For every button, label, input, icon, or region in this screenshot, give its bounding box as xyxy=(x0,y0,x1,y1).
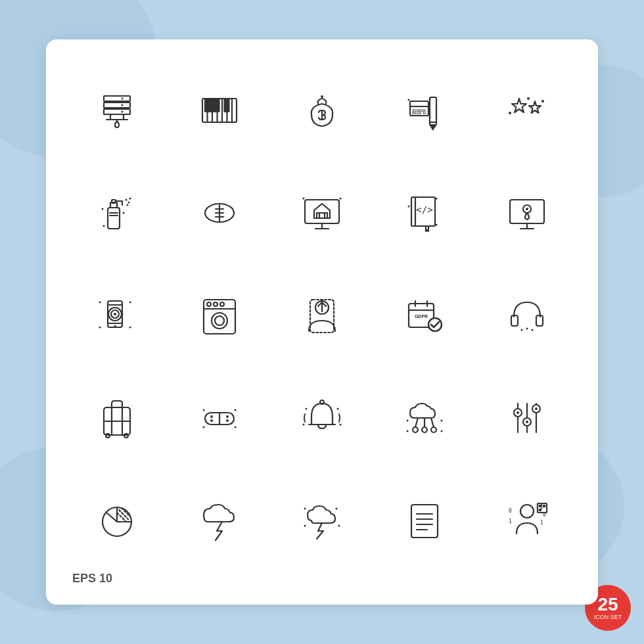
svg-point-161 xyxy=(304,525,306,527)
svg-text:1: 1 xyxy=(509,518,512,524)
svg-point-77 xyxy=(526,208,528,210)
icon-bell-notification xyxy=(277,373,367,463)
svg-rect-63 xyxy=(319,213,325,218)
svg-point-160 xyxy=(336,508,338,510)
svg-rect-18 xyxy=(225,99,229,112)
svg-point-151 xyxy=(535,407,538,410)
icon-person-upload xyxy=(277,271,367,360)
svg-point-81 xyxy=(114,325,116,327)
svg-point-125 xyxy=(203,426,205,428)
svg-point-29 xyxy=(408,99,410,101)
svg-point-121 xyxy=(226,415,229,418)
icon-cosmetics-spray xyxy=(72,168,162,258)
icon-luggage xyxy=(72,373,162,463)
svg-line-158 xyxy=(122,508,130,517)
svg-point-124 xyxy=(235,409,237,411)
svg-point-139 xyxy=(407,420,409,422)
svg-point-110 xyxy=(532,329,534,331)
icon-digital-person: 0 1 0 1 1 xyxy=(482,476,572,565)
svg-point-91 xyxy=(212,313,227,329)
svg-point-142 xyxy=(441,430,443,432)
svg-text:GDPR: GDPR xyxy=(415,314,428,319)
svg-text:SCHOOL: SCHOOL xyxy=(412,108,426,112)
svg-point-50 xyxy=(123,212,125,214)
svg-point-131 xyxy=(303,424,305,426)
svg-point-109 xyxy=(521,329,523,331)
svg-point-135 xyxy=(431,427,436,432)
icon-code-book: </> xyxy=(380,168,469,258)
svg-point-31 xyxy=(429,116,431,118)
svg-rect-163 xyxy=(411,505,438,538)
icon-phone-target xyxy=(72,271,162,360)
icon-smart-home-monitor xyxy=(277,168,367,258)
svg-point-44 xyxy=(127,204,129,206)
svg-point-126 xyxy=(235,426,237,428)
svg-text:1: 1 xyxy=(540,520,543,526)
svg-point-130 xyxy=(337,408,339,410)
svg-point-34 xyxy=(527,97,530,100)
svg-point-7 xyxy=(122,104,124,106)
svg-point-162 xyxy=(338,525,340,527)
svg-point-21 xyxy=(321,95,323,98)
svg-point-43 xyxy=(128,202,130,204)
svg-point-84 xyxy=(114,313,116,315)
svg-point-123 xyxy=(203,409,205,411)
svg-point-149 xyxy=(517,411,519,414)
badge-number: 25 xyxy=(597,595,618,614)
svg-point-168 xyxy=(520,505,534,518)
icon-gdpr-calendar: GDPR xyxy=(380,271,469,360)
svg-point-92 xyxy=(215,316,224,325)
svg-point-93 xyxy=(207,302,211,306)
svg-point-120 xyxy=(210,419,213,422)
svg-point-71 xyxy=(436,198,438,200)
svg-marker-69 xyxy=(426,226,428,231)
svg-rect-37 xyxy=(108,208,120,229)
svg-point-36 xyxy=(509,112,511,114)
svg-point-119 xyxy=(210,415,213,418)
svg-text:</>: </> xyxy=(416,204,432,215)
svg-point-140 xyxy=(441,420,443,422)
icon-headphones xyxy=(482,271,572,360)
svg-rect-22 xyxy=(430,97,436,125)
svg-point-159 xyxy=(304,508,306,510)
icon-storm-cloud xyxy=(277,476,367,565)
icon-medicine-pills xyxy=(175,373,264,463)
svg-text:0: 0 xyxy=(509,508,512,514)
card-footer: EPS 10 xyxy=(72,572,572,586)
svg-point-30 xyxy=(429,98,431,100)
icon-map-monitor xyxy=(482,168,572,258)
icon-document-lines xyxy=(380,476,469,565)
svg-point-45 xyxy=(129,198,131,200)
svg-point-150 xyxy=(526,421,528,423)
svg-point-95 xyxy=(220,302,224,306)
icon-stars-favorites xyxy=(482,66,572,155)
icon-washing-machine xyxy=(175,271,264,360)
svg-point-8 xyxy=(122,111,124,113)
svg-rect-19 xyxy=(210,99,214,112)
svg-point-129 xyxy=(306,408,308,410)
icon-money-bag xyxy=(277,66,367,155)
icon-cloud-lightning xyxy=(175,476,264,565)
main-card: BACK To SCHOOL xyxy=(46,39,598,605)
svg-point-86 xyxy=(129,302,131,304)
svg-rect-175 xyxy=(539,505,541,507)
icon-water-drop-server xyxy=(72,66,162,155)
svg-rect-0 xyxy=(104,96,130,101)
svg-point-64 xyxy=(303,198,305,200)
icon-cloud-network xyxy=(380,373,469,463)
svg-point-85 xyxy=(99,302,101,304)
svg-point-42 xyxy=(126,199,127,201)
svg-point-141 xyxy=(407,430,409,432)
icon-piano-keyboard xyxy=(175,66,264,155)
svg-line-138 xyxy=(431,418,434,427)
svg-point-94 xyxy=(214,302,218,306)
badge-label: ICON SET xyxy=(594,614,622,621)
eps-label: EPS 10 xyxy=(72,572,112,586)
svg-point-87 xyxy=(99,327,101,329)
svg-line-136 xyxy=(415,418,418,427)
icon-rugby-ball xyxy=(175,168,264,258)
svg-point-48 xyxy=(102,208,104,210)
svg-line-155 xyxy=(106,513,117,522)
icon-pie-chart xyxy=(72,476,162,565)
svg-point-134 xyxy=(422,427,427,432)
